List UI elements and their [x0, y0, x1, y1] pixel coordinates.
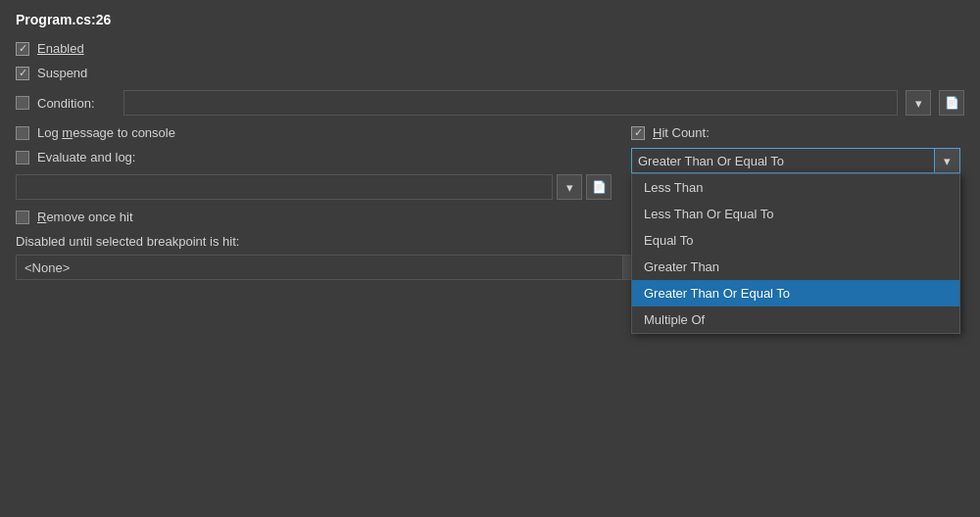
right-col: Hit Count: Greater Than Or Equal To ▾ Le… [631, 125, 964, 173]
remove-once-hit-checkbox[interactable] [16, 211, 29, 224]
evaluate-log-label: Evaluate and log: [37, 150, 135, 164]
condition-label: Condition: [37, 96, 116, 111]
log-message-checkbox-label[interactable]: Log message to console [16, 125, 175, 140]
evaluate-doc-icon: 📄 [592, 180, 607, 194]
dropdown-item-greater-than[interactable]: Greater Than [632, 254, 959, 280]
hit-count-checkbox[interactable] [631, 126, 645, 140]
hit-count-selected-value: Greater Than Or Equal To [638, 154, 784, 168]
suspend-checkbox[interactable] [16, 67, 29, 80]
hit-count-select[interactable]: Greater Than Or Equal To [631, 148, 935, 173]
condition-doc-btn[interactable]: 📄 [939, 90, 964, 116]
hit-count-row: Hit Count: [631, 125, 964, 140]
dropdown-item-less-than-equal[interactable]: Less Than Or Equal To [632, 201, 959, 227]
condition-doc-icon: 📄 [945, 96, 959, 110]
enabled-label: Enabled [37, 41, 84, 56]
evaluate-input-row: ▾ 📄 [16, 174, 612, 200]
dropdown-item-greater-than-equal[interactable]: Greater Than Or Equal To [632, 280, 959, 306]
breakpoint-settings-panel: Program.cs:26 Enabled Suspend Condition:… [0, 0, 980, 517]
condition-input[interactable] [123, 90, 898, 116]
condition-checkbox[interactable] [16, 96, 29, 110]
hit-count-dropdown-menu: Less Than Less Than Or Equal To Equal To… [631, 173, 960, 334]
suspend-checkbox-label[interactable]: Suspend [16, 66, 87, 80]
evaluate-doc-btn[interactable]: 📄 [586, 174, 612, 200]
evaluate-log-checkbox[interactable] [16, 151, 29, 164]
evaluate-dropdown-btn[interactable]: ▾ [557, 174, 582, 200]
enabled-label-text: Enabled [37, 41, 84, 56]
hit-count-label: Hit Count: [653, 125, 710, 140]
disabled-until-value: <None> [24, 260, 70, 275]
condition-dropdown-arrow: ▾ [915, 96, 922, 111]
disabled-until-select[interactable]: <None> [16, 255, 623, 280]
dropdown-item-multiple-of[interactable]: Multiple Of [632, 306, 959, 333]
evaluate-dropdown-arrow: ▾ [566, 180, 573, 195]
panel-title: Program.cs:26 [16, 12, 964, 27]
log-message-row: Log message to console [16, 125, 612, 140]
dropdown-item-equal-to[interactable]: Equal To [632, 227, 959, 254]
evaluate-log-row: Evaluate and log: [16, 150, 612, 164]
log-message-checkbox[interactable] [16, 126, 29, 140]
enabled-row: Enabled [16, 41, 964, 56]
condition-dropdown-btn[interactable]: ▾ [906, 90, 931, 116]
left-col: Log message to console Evaluate and log:… [16, 125, 631, 200]
suspend-label-text: Suspend [37, 66, 87, 80]
remove-once-hit-label[interactable]: Remove once hit [16, 210, 133, 224]
evaluate-log-checkbox-label[interactable]: Evaluate and log: [16, 150, 135, 164]
log-message-label: Log message to console [37, 125, 175, 140]
two-col-section: Log message to console Evaluate and log:… [16, 125, 964, 200]
hit-count-select-row: Greater Than Or Equal To ▾ Less Than Les… [631, 148, 964, 173]
remove-once-hit-text: Remove once hit [37, 210, 133, 224]
hit-count-select-arrow[interactable]: ▾ [935, 148, 960, 173]
evaluate-input[interactable] [16, 174, 553, 200]
suspend-row: Suspend [16, 66, 964, 80]
condition-row: Condition: ▾ 📄 [16, 90, 964, 116]
hit-count-checkbox-label[interactable]: Hit Count: [631, 125, 710, 140]
dropdown-item-less-than[interactable]: Less Than [632, 174, 959, 201]
enabled-checkbox[interactable] [16, 42, 29, 56]
hit-count-arrow-icon: ▾ [944, 154, 951, 168]
enabled-checkbox-label[interactable]: Enabled [16, 41, 84, 56]
